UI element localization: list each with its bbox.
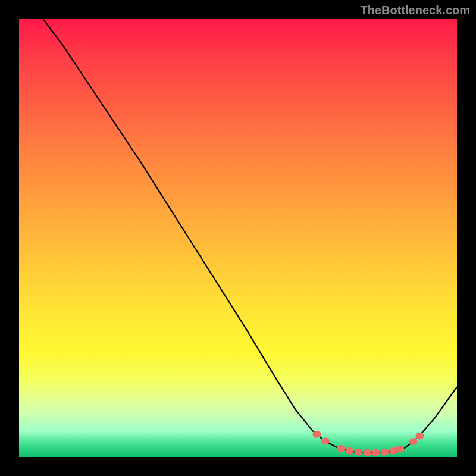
data-point: [363, 449, 371, 456]
data-point: [372, 449, 380, 456]
data-point: [337, 445, 345, 452]
bottleneck-curve: [43, 19, 457, 453]
chart-root: TheBottleneck.com: [0, 0, 476, 476]
data-point: [354, 449, 362, 456]
data-point: [409, 438, 417, 445]
curve-overlay: [19, 19, 457, 457]
data-point: [381, 449, 389, 456]
data-point: [312, 431, 321, 438]
watermark-text: TheBottleneck.com: [361, 4, 470, 17]
data-point: [415, 433, 424, 440]
data-point: [321, 438, 330, 445]
data-point: [346, 447, 354, 455]
data-point: [396, 446, 404, 453]
plot-area: [19, 19, 457, 457]
